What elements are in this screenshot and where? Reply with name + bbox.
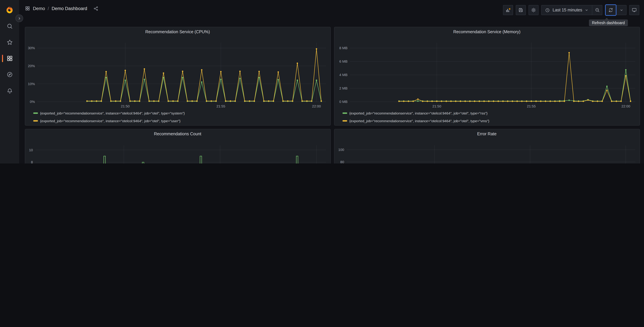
panel-recommendations-count: Recommendations Count 024681021:5021:552… (25, 129, 330, 164)
grafana-dashboard: Demo / Demo Dashboard (0, 0, 644, 164)
clock-icon (545, 8, 550, 13)
svg-text:100: 100 (338, 148, 344, 152)
refresh-focus-ring (605, 4, 616, 16)
save-icon (518, 8, 524, 13)
gear-icon (531, 8, 536, 13)
sidebar-item-explore[interactable] (0, 68, 19, 81)
svg-text:21:50: 21:50 (121, 104, 130, 108)
legend-label: {exported_job="recommendationservice", i… (349, 119, 490, 123)
legend-item[interactable]: {exported_job="recommendationservice", i… (33, 109, 326, 117)
svg-text:10: 10 (29, 148, 33, 152)
chevron-down-icon (584, 8, 588, 12)
add-panel-icon (505, 8, 511, 13)
time-series-chart[interactable]: 02040608010021:5021:5522:00 (334, 129, 640, 164)
apps-icon (6, 55, 13, 62)
refresh-tooltip: Refresh dashboard (589, 20, 628, 26)
dashboard-settings-button[interactable] (528, 5, 538, 15)
svg-text:4 MB: 4 MB (339, 73, 347, 76)
sidebar-item-starred[interactable] (0, 36, 19, 49)
refresh-button[interactable] (606, 5, 616, 15)
expand-sidebar-button[interactable] (16, 14, 23, 22)
legend-item[interactable]: {exported_job="recommendationservice", i… (342, 109, 636, 117)
sidebar-item-dashboards[interactable] (0, 52, 19, 65)
svg-text:30%: 30% (28, 46, 35, 50)
chevron-down-icon (619, 8, 623, 12)
cycle-view-mode-button[interactable] (629, 5, 639, 15)
dashboard-toolbar: Last 15 minutes (503, 5, 640, 15)
add-panel-button[interactable] (503, 5, 513, 15)
legend-swatch (33, 112, 38, 114)
sidebar-item-search[interactable] (0, 20, 19, 32)
svg-text:22:00: 22:00 (312, 104, 321, 108)
active-indicator (2, 55, 3, 62)
star-icon (6, 39, 13, 46)
sidebar (0, 0, 19, 164)
svg-text:21:55: 21:55 (527, 104, 536, 108)
search-minus-icon (594, 8, 600, 13)
grafana-logo[interactable] (5, 5, 14, 14)
legend-item[interactable]: {exported_job="recommendationservice", i… (33, 117, 326, 125)
share-icon[interactable] (93, 6, 98, 11)
search-icon (6, 23, 13, 30)
svg-text:0 MB: 0 MB (339, 100, 347, 104)
svg-text:8 MB: 8 MB (339, 46, 347, 50)
refresh-icon (608, 8, 614, 13)
sidebar-item-alerting[interactable] (0, 84, 19, 97)
panel-error-rate: Error Rate 02040608010021:5021:5522:00 {… (334, 129, 640, 164)
monitor-icon (632, 8, 637, 13)
svg-text:21:55: 21:55 (216, 104, 225, 108)
svg-text:80: 80 (340, 160, 344, 164)
top-nav: Demo / Demo Dashboard (19, 0, 644, 17)
legend-swatch (342, 112, 347, 114)
compass-icon (6, 71, 13, 78)
time-range-label: Last 15 minutes (553, 8, 582, 12)
svg-text:20%: 20% (28, 64, 35, 68)
panel-recommendation-memory: Recommendation Service (Memory) 0 MB2 MB… (334, 27, 640, 126)
zoom-out-button[interactable] (592, 5, 602, 15)
time-series-chart[interactable]: 024681021:5021:5522:00 (25, 129, 330, 164)
svg-text:22:00: 22:00 (621, 104, 630, 108)
svg-text:6 MB: 6 MB (339, 59, 347, 63)
breadcrumb-separator: / (48, 6, 49, 11)
chevron-right-icon (17, 16, 21, 20)
apps-icon (25, 6, 30, 11)
bell-icon (6, 88, 13, 94)
panel-legend: {exported_job="recommendationservice", i… (33, 109, 326, 125)
legend-label: {exported_job="recommendationservice", i… (349, 111, 488, 115)
legend-swatch (342, 120, 347, 122)
breadcrumb: Demo / Demo Dashboard (25, 6, 98, 11)
svg-text:2 MB: 2 MB (339, 86, 347, 90)
legend-label: {exported_job="recommendationservice", i… (40, 111, 185, 115)
breadcrumb-dashboard[interactable]: Demo Dashboard (52, 6, 87, 11)
panel-recommendation-cpu: Recommendation Service (CPU%) 0%10%20%30… (25, 27, 330, 126)
legend-item[interactable]: {exported_job="recommendationservice", i… (342, 117, 636, 125)
time-range-picker[interactable]: Last 15 minutes (541, 5, 592, 15)
time-controls: Last 15 minutes (541, 5, 602, 15)
svg-text:21:50: 21:50 (432, 104, 441, 108)
refresh-interval-dropdown[interactable] (616, 5, 626, 15)
svg-text:0%: 0% (30, 100, 35, 104)
panel-legend: {exported_job="recommendationservice", i… (342, 109, 636, 125)
svg-text:10%: 10% (28, 82, 35, 86)
save-dashboard-button[interactable] (516, 5, 526, 15)
legend-label: {exported_job="recommendationservice", i… (40, 119, 180, 123)
legend-swatch (33, 120, 38, 122)
breadcrumb-folder[interactable]: Demo (33, 6, 45, 11)
svg-text:8: 8 (31, 160, 33, 164)
